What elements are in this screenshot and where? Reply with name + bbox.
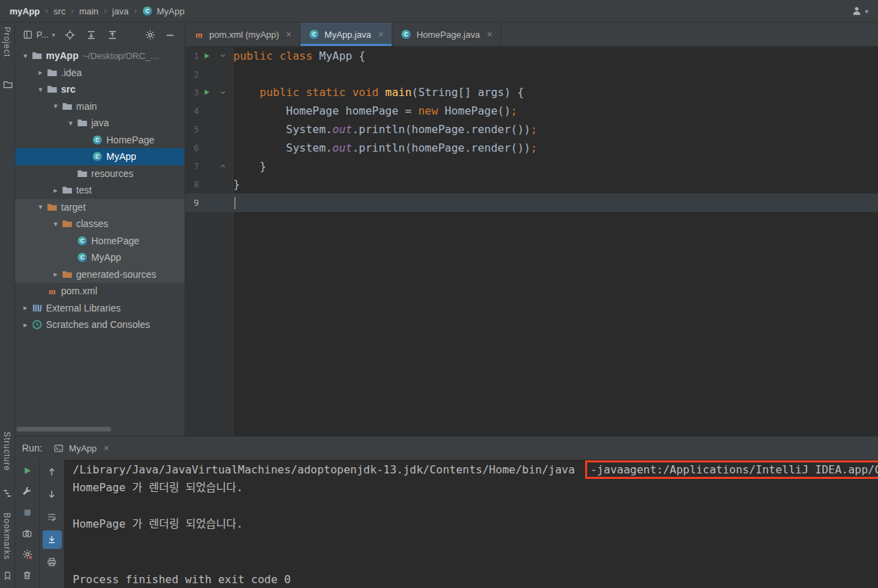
print-icon[interactable] bbox=[43, 553, 62, 572]
scroll-to-end-icon[interactable] bbox=[43, 530, 62, 549]
close-icon[interactable]: × bbox=[487, 29, 493, 40]
caret-down-icon: ▾ bbox=[865, 8, 868, 15]
tree-item-generated-sources[interactable]: ▸generated-sources bbox=[15, 266, 185, 283]
tab-myapp-java[interactable]: CMyApp.java× bbox=[300, 23, 392, 46]
tab-homepage-java[interactable]: CHomePage.java× bbox=[392, 23, 501, 46]
tree-item-classes[interactable]: ▾classes bbox=[15, 215, 185, 233]
hide-icon[interactable] bbox=[164, 29, 176, 41]
code-line-5[interactable]: 5 System.out.println(homePage.render()); bbox=[185, 120, 878, 139]
tree-item-src[interactable]: ▾src bbox=[15, 81, 185, 98]
run-tab-myapp[interactable]: MyApp × bbox=[54, 443, 110, 454]
wrench-icon[interactable] bbox=[18, 484, 37, 501]
code-line-6[interactable]: 6 System.out.println(homePage.render()); bbox=[185, 139, 878, 157]
tree-item-scratches-and-consoles[interactable]: ▸Scratches and Consoles bbox=[15, 316, 185, 333]
code-text: public class MyApp { bbox=[233, 49, 366, 62]
breadcrumb-item-myapp[interactable]: CMyApp bbox=[142, 5, 184, 16]
stop-icon[interactable] bbox=[18, 504, 37, 521]
console-line: HomePage 가 렌더링 되었습니다. bbox=[73, 479, 878, 497]
tree-item-myapp[interactable]: CMyApp bbox=[15, 249, 185, 266]
tool-stripe-structure[interactable]: Structure bbox=[2, 432, 12, 474]
user-menu[interactable]: ▾ bbox=[851, 5, 868, 16]
project-stripe-label: Project bbox=[2, 27, 12, 57]
tree-item-main[interactable]: ▾main bbox=[15, 98, 185, 115]
chevron-right-icon[interactable]: ▸ bbox=[49, 270, 62, 279]
code-line-1[interactable]: 1public class MyApp { bbox=[185, 47, 878, 65]
chevron-right-icon[interactable]: ▸ bbox=[19, 303, 32, 312]
tree-item-target[interactable]: ▾target bbox=[15, 199, 185, 216]
up-arrow-icon[interactable] bbox=[43, 462, 62, 481]
tool-stripe-project[interactable]: Project bbox=[2, 27, 12, 60]
scrollbar-thumb[interactable] bbox=[16, 427, 111, 432]
breadcrumb-item-src[interactable]: src bbox=[54, 6, 65, 16]
project-view-selector[interactable]: P... ▾ bbox=[22, 30, 55, 40]
close-icon[interactable]: × bbox=[286, 29, 292, 40]
code-line-4[interactable]: 4 HomePage homePage = new HomePage(); bbox=[185, 102, 878, 120]
tree-item-homepage[interactable]: CHomePage bbox=[15, 132, 185, 149]
collapse-all-icon[interactable] bbox=[106, 29, 119, 41]
top-bar: myApp›src›main›java›CMyApp ▾ bbox=[0, 0, 878, 23]
tree-item-myapp[interactable]: CMyApp bbox=[15, 148, 185, 165]
tree-item-pom-xml[interactable]: mpom.xml bbox=[15, 283, 185, 300]
tool-stripe-bookmarks[interactable]: Bookmarks bbox=[2, 513, 12, 563]
horizontal-scrollbar[interactable] bbox=[15, 427, 185, 432]
fold-end-icon[interactable] bbox=[214, 163, 232, 169]
chevron-down-icon[interactable]: ▾ bbox=[64, 119, 77, 128]
fold-start-icon[interactable] bbox=[214, 89, 232, 96]
chevron-right-icon[interactable]: ▸ bbox=[19, 320, 32, 329]
chevron-down-icon[interactable]: ▾ bbox=[19, 51, 32, 60]
close-icon[interactable]: × bbox=[104, 443, 109, 454]
breadcrumb-label: src bbox=[54, 6, 65, 16]
tree-item--idea[interactable]: ▸.idea bbox=[15, 64, 185, 82]
chevron-down-icon[interactable]: ▾ bbox=[49, 102, 62, 110]
chevron-right-icon[interactable]: ▸ bbox=[34, 68, 47, 77]
camera-icon[interactable] bbox=[18, 526, 37, 543]
breadcrumb-item-myapp[interactable]: myApp bbox=[10, 6, 40, 16]
close-icon[interactable]: × bbox=[378, 29, 383, 40]
run-line-icon[interactable] bbox=[199, 89, 214, 96]
gear-icon[interactable] bbox=[18, 546, 37, 563]
code-line-7[interactable]: 7 } bbox=[185, 157, 878, 176]
run-toolbar-primary bbox=[15, 460, 40, 588]
editor-tab-bar: mpom.xml (myApp)×CMyApp.java×CHomePage.j… bbox=[185, 23, 878, 47]
person-icon bbox=[851, 5, 862, 16]
run-toolbar-console bbox=[40, 460, 64, 588]
chevron-right-icon[interactable]: ▸ bbox=[49, 186, 62, 195]
code-line-9[interactable]: 9 bbox=[185, 193, 878, 212]
soft-wrap-icon[interactable] bbox=[43, 508, 62, 526]
trash-icon[interactable] bbox=[18, 567, 37, 585]
code-editor[interactable]: 1public class MyApp {23 public static vo… bbox=[185, 47, 878, 436]
class-icon: C bbox=[92, 151, 103, 162]
code-line-2[interactable]: 2 bbox=[185, 65, 878, 84]
tree-item-external-libraries[interactable]: ▸External Libraries bbox=[15, 300, 185, 317]
tree-item-resources[interactable]: resources bbox=[15, 165, 185, 183]
rerun-icon[interactable] bbox=[18, 462, 37, 480]
run-line-icon[interactable] bbox=[199, 52, 214, 60]
tree-item-myapp[interactable]: ▾myApp~/Desktop/ORC_… bbox=[15, 47, 185, 64]
folder-icon bbox=[62, 101, 73, 112]
chevron-down-icon[interactable]: ▾ bbox=[34, 85, 47, 94]
code-line-3[interactable]: 3 public static void main(String[] args)… bbox=[185, 84, 878, 102]
code-line-8[interactable]: 8} bbox=[185, 176, 878, 194]
console-line bbox=[73, 497, 878, 516]
hierarchy-icon[interactable] bbox=[2, 488, 13, 499]
tree-item-homepage[interactable]: CHomePage bbox=[15, 233, 185, 250]
fold-start-icon[interactable] bbox=[214, 52, 232, 59]
tree-item-java[interactable]: ▾java bbox=[15, 115, 185, 132]
breadcrumb-item-main[interactable]: main bbox=[79, 6, 98, 16]
bookmark-icon[interactable] bbox=[2, 570, 13, 581]
tab-pom-xml-myapp-[interactable]: mpom.xml (myApp)× bbox=[185, 23, 300, 46]
svg-text:C: C bbox=[95, 137, 99, 143]
down-arrow-icon[interactable] bbox=[43, 485, 62, 504]
line-number: 5 bbox=[185, 124, 199, 134]
locate-icon[interactable] bbox=[64, 29, 76, 41]
settings-gear-icon[interactable] bbox=[144, 29, 156, 41]
project-tool-icon[interactable] bbox=[2, 79, 13, 90]
breadcrumb-item-java[interactable]: java bbox=[112, 6, 129, 16]
svg-text:C: C bbox=[404, 31, 408, 38]
console-output[interactable]: /Library/Java/JavaVirtualMachines/adopto… bbox=[64, 460, 878, 588]
tree-item-test[interactable]: ▸test bbox=[15, 182, 185, 199]
chevron-down-icon[interactable]: ▾ bbox=[34, 202, 47, 211]
chevron-down-icon[interactable]: ▾ bbox=[49, 220, 62, 228]
expand-all-icon[interactable] bbox=[85, 29, 97, 41]
tab-label: MyApp.java bbox=[324, 30, 371, 40]
